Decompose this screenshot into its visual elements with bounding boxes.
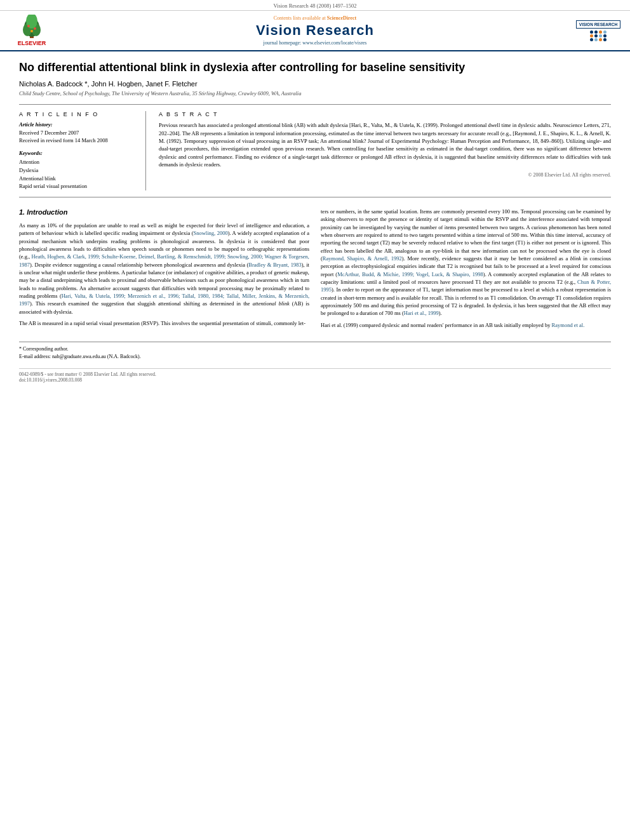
sciencedirect-link: Contents lists available at ScienceDirec… [57, 15, 573, 21]
vr-logo: VISION RESEARCH [573, 20, 624, 41]
body-col-left: 1. Introduction As many as 10% of the po… [19, 208, 309, 333]
elsevier-label: ELSEVIER [18, 40, 46, 46]
keyword-attention: Attention [19, 158, 137, 166]
sciencedirect-text: ScienceDirect [327, 15, 357, 21]
keyword-rsvp: Rapid serial visual presentation [19, 182, 137, 190]
svg-point-5 [27, 25, 30, 27]
dot5 [590, 34, 593, 37]
body-para-3: ters or numbers, in the same spatial loc… [321, 208, 611, 317]
footnote-area: * Corresponding author. E-mail address: … [19, 342, 611, 361]
affiliation: Child Study Centre, School of Psychology… [19, 90, 611, 97]
abstract-heading: A B S T R A C T [159, 111, 611, 117]
raymond-ref: Raymond, Shapiro, & Arnell, 1992 [323, 255, 402, 262]
dot3 [599, 30, 602, 34]
copyright: © 2008 Elsevier Ltd. All rights reserved… [159, 172, 611, 178]
mcarthur-ref: McArthur, Budd, & Michie, 1999; Vogel, L… [337, 271, 483, 277]
body-para-4: Hari et al. (1999) compared dyslexic and… [321, 321, 611, 329]
article-title: No differential attentional blink in dys… [19, 60, 611, 75]
history-label: Article history: [19, 121, 137, 128]
dot8 [603, 34, 607, 37]
dot6 [594, 34, 598, 37]
top-bar: Vision Research 48 (2008) 1497–1502 [0, 0, 630, 11]
raymond-ref2: Raymond et al. [552, 322, 585, 328]
main-content: No differential attentional blink in dys… [0, 51, 630, 396]
bradley-ref: Bradley & Bryant, 1983 [248, 262, 301, 268]
dot12 [603, 38, 607, 41]
footnote-corresponding: * Corresponding author. [19, 345, 611, 353]
dot2 [594, 30, 598, 34]
top-bar-text: Vision Research 48 (2008) 1497–1502 [273, 3, 356, 9]
article-info-panel: A R T I C L E I N F O Article history: R… [19, 111, 146, 190]
dot7 [599, 34, 602, 37]
dot1 [590, 30, 593, 34]
section1-heading: 1. Introduction [19, 208, 309, 218]
vr-dots [573, 30, 624, 41]
dot10 [594, 38, 598, 41]
svg-point-6 [34, 27, 36, 30]
journal-header: ELSEVIER Contents lists available at Sci… [0, 11, 630, 51]
received-date: Received 7 December 2007 [19, 130, 137, 137]
journal-center: Contents lists available at ScienceDirec… [57, 15, 573, 46]
dot11 [599, 38, 602, 41]
elsevier-tree-icon [16, 15, 48, 39]
footnote-email: E-mail address: nab@graduate.uwa.edu.au … [19, 353, 611, 361]
body-para-2: The AB is measured in a rapid serial vis… [19, 319, 309, 327]
authors: Nicholas A. Badcock *, John H. Hogben, J… [19, 80, 611, 88]
abstract-text: Previous research has associated a prolo… [159, 121, 611, 168]
body-col-right: ters or numbers, in the same spatial loc… [321, 208, 611, 333]
journal-homepage: journal homepage: www.elsevier.com/locat… [57, 40, 573, 46]
snowling-ref: Snowling, 2000 [193, 230, 227, 236]
keywords-list: Attention Dyslexia Attentional blink Rap… [19, 158, 137, 190]
page-footer: 0042-6989/$ - see front matter © 2008 El… [19, 368, 611, 383]
revised-date: Received in revised form 14 March 2008 [19, 137, 137, 145]
chun-ref: Chun & Potter, 1995 [321, 279, 611, 293]
keyword-dyslexia: Dyslexia [19, 166, 137, 175]
article-info-abstract: A R T I C L E I N F O Article history: R… [19, 104, 611, 197]
dot9 [590, 38, 593, 41]
article-info-heading: A R T I C L E I N F O [19, 111, 137, 117]
elsevier-logo: ELSEVIER [6, 15, 57, 46]
svg-point-7 [30, 30, 33, 32]
body-two-col: 1. Introduction As many as 10% of the po… [19, 208, 611, 333]
footer-doi: doi:10.1016/j.visres.2008.03.008 [19, 377, 611, 383]
dot4 [603, 30, 607, 34]
abstract-section: A B S T R A C T Previous research has as… [159, 111, 611, 190]
keyword-ab: Attentional blink [19, 175, 137, 183]
footer-license: 0042-6989/$ - see front matter © 2008 El… [19, 371, 611, 377]
journal-title: Vision Research [57, 22, 573, 39]
body-para-1: As many as 10% of the population are una… [19, 222, 309, 316]
keywords-label: Keywords: [19, 150, 137, 156]
hari1999-ref: Hari et al., 1999 [404, 310, 439, 316]
vr-logo-box: VISION RESEARCH [576, 20, 620, 29]
